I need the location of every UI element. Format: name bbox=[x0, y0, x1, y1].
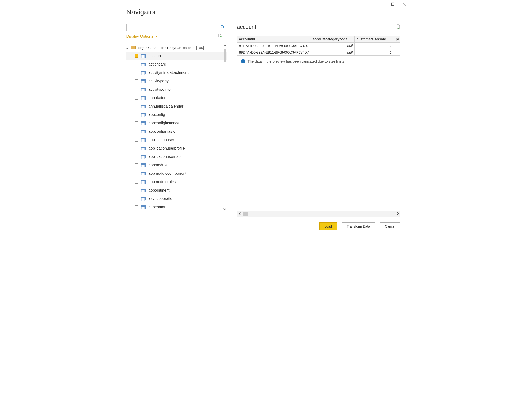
tree-item[interactable]: appmodule bbox=[126, 161, 227, 169]
refresh-preview-icon[interactable] bbox=[396, 24, 401, 30]
tree-item[interactable]: actioncard bbox=[126, 60, 227, 68]
tree-item[interactable]: annualfiscalcalendar bbox=[126, 102, 227, 110]
chevron-up-icon bbox=[223, 44, 226, 48]
checkbox[interactable] bbox=[135, 180, 139, 184]
checkbox[interactable] bbox=[135, 96, 139, 100]
table-header-row: accountid accountcategorycode customersi… bbox=[237, 36, 400, 43]
preview-horizontal-scrollbar[interactable] bbox=[237, 211, 401, 217]
expand-collapse-icon[interactable]: ◢ bbox=[126, 46, 129, 49]
tree-item[interactable]: activitypointer bbox=[126, 85, 227, 94]
tree-item[interactable]: appointment bbox=[126, 186, 227, 195]
cell-customersizecode: 1 bbox=[355, 43, 394, 49]
checkbox[interactable]: ✓ bbox=[135, 54, 139, 58]
hscroll-track[interactable] bbox=[243, 211, 395, 217]
checkbox[interactable] bbox=[135, 113, 139, 116]
tree-item[interactable]: asyncoperation bbox=[126, 195, 227, 203]
hscroll-thumb[interactable] bbox=[243, 212, 248, 216]
tree-vertical-scrollbar[interactable] bbox=[223, 43, 227, 211]
truncation-text: The data in the preview has been truncat… bbox=[248, 59, 345, 63]
table-icon bbox=[141, 180, 146, 184]
table-icon bbox=[141, 155, 146, 158]
tree-item[interactable]: appconfigmaster bbox=[126, 127, 227, 136]
chevron-down-icon: ▼ bbox=[156, 35, 158, 38]
tree-item-label: annotation bbox=[149, 96, 167, 100]
svg-rect-0 bbox=[391, 3, 394, 6]
tree-item[interactable]: applicationuser bbox=[126, 136, 227, 144]
search-input[interactable] bbox=[126, 24, 227, 31]
column-header[interactable]: accountcategorycode bbox=[311, 36, 355, 43]
select-related-tables-icon[interactable] bbox=[218, 33, 222, 39]
chevron-right-icon bbox=[396, 212, 399, 216]
dialog-title: Navigator bbox=[126, 8, 409, 16]
cell-accountcategorycode: null bbox=[311, 43, 355, 49]
checkbox[interactable] bbox=[135, 164, 139, 167]
checkbox[interactable] bbox=[135, 155, 139, 158]
transform-data-button[interactable]: Transform Data bbox=[342, 223, 375, 230]
navigator-dialog: Navigator Display Options ▼ bbox=[117, 0, 409, 234]
tree-item-label: applicationuserprofile bbox=[149, 146, 185, 151]
scroll-thumb[interactable] bbox=[224, 49, 226, 62]
tree-item-label: appconfig bbox=[149, 113, 165, 117]
square-icon bbox=[391, 2, 394, 7]
scroll-down-button[interactable] bbox=[223, 207, 227, 211]
checkbox[interactable] bbox=[135, 189, 139, 192]
checkbox[interactable] bbox=[135, 88, 139, 91]
checkbox[interactable] bbox=[135, 147, 139, 150]
checkbox[interactable] bbox=[135, 197, 139, 200]
tree-item[interactable]: activitymimeattachment bbox=[126, 68, 227, 77]
search-row bbox=[126, 24, 227, 31]
load-button[interactable]: Load bbox=[319, 223, 337, 230]
checkbox[interactable] bbox=[135, 138, 139, 142]
tree-item[interactable]: ✓account bbox=[126, 51, 227, 60]
table-icon bbox=[141, 189, 146, 192]
cell-accountid: 87D7A7D0-292A-EB11-BF68-000D3AFC74D7 bbox=[237, 43, 311, 49]
checkbox[interactable] bbox=[135, 71, 139, 74]
table-icon bbox=[141, 122, 146, 125]
tree-item[interactable]: attachment bbox=[126, 203, 227, 211]
tree-item-label: appmodule bbox=[149, 163, 168, 167]
cell-accountid: 89D7A7D0-292A-EB11-BF68-000D3AFC74D7 bbox=[237, 49, 311, 56]
scroll-up-button[interactable] bbox=[223, 43, 227, 48]
tree-item-label: asyncoperation bbox=[149, 196, 175, 201]
close-button[interactable] bbox=[402, 2, 407, 7]
display-options-dropdown[interactable]: Display Options ▼ bbox=[126, 34, 227, 39]
scroll-left-button[interactable] bbox=[237, 211, 243, 217]
table-icon bbox=[141, 138, 146, 142]
cell-clipped bbox=[394, 43, 400, 49]
tree-item[interactable]: appmodulecomponent bbox=[126, 169, 227, 178]
scroll-right-button[interactable] bbox=[395, 211, 401, 217]
table-icon bbox=[141, 164, 146, 167]
search-icon[interactable] bbox=[221, 25, 225, 30]
chevron-down-icon bbox=[223, 207, 226, 211]
tree-item[interactable]: appconfiginstance bbox=[126, 119, 227, 127]
tree-item[interactable]: appmoduleroles bbox=[126, 178, 227, 186]
tree-item-label: account bbox=[149, 54, 162, 58]
column-header[interactable]: customersizecode bbox=[355, 36, 394, 43]
checkbox[interactable] bbox=[135, 205, 139, 209]
tree-item[interactable]: applicationuserprofile bbox=[126, 144, 227, 152]
tree-root[interactable]: ◢ org0b539308.crm10.dynamics.com [199] bbox=[126, 43, 227, 51]
tree-item[interactable]: annotation bbox=[126, 94, 227, 102]
maximize-button[interactable] bbox=[390, 2, 395, 7]
tree-item-label: annualfiscalcalendar bbox=[149, 104, 183, 109]
checkbox[interactable] bbox=[135, 172, 139, 175]
cancel-button[interactable]: Cancel bbox=[380, 223, 401, 230]
column-header-clipped[interactable]: pr bbox=[394, 36, 400, 43]
column-header[interactable]: accountid bbox=[237, 36, 311, 43]
table-row[interactable]: 89D7A7D0-292A-EB11-BF68-000D3AFC74D7null… bbox=[237, 49, 400, 56]
tree-item[interactable]: applicationuserrole bbox=[126, 152, 227, 161]
checkbox[interactable] bbox=[135, 122, 139, 125]
close-icon bbox=[403, 2, 406, 7]
checkbox[interactable] bbox=[135, 105, 139, 108]
info-icon: i bbox=[241, 59, 245, 63]
checkbox[interactable] bbox=[135, 63, 139, 66]
checkbox[interactable] bbox=[135, 80, 139, 83]
tree-item-label: attachment bbox=[149, 205, 168, 209]
preview-table: accountid accountcategorycode customersi… bbox=[237, 36, 401, 56]
tree-item[interactable]: activityparty bbox=[126, 77, 227, 85]
table-row[interactable]: 87D7A7D0-292A-EB11-BF68-000D3AFC74D7null… bbox=[237, 43, 400, 49]
table-icon bbox=[141, 80, 146, 83]
checkbox[interactable] bbox=[135, 130, 139, 133]
table-icon bbox=[141, 54, 146, 58]
tree-item[interactable]: appconfig bbox=[126, 110, 227, 119]
